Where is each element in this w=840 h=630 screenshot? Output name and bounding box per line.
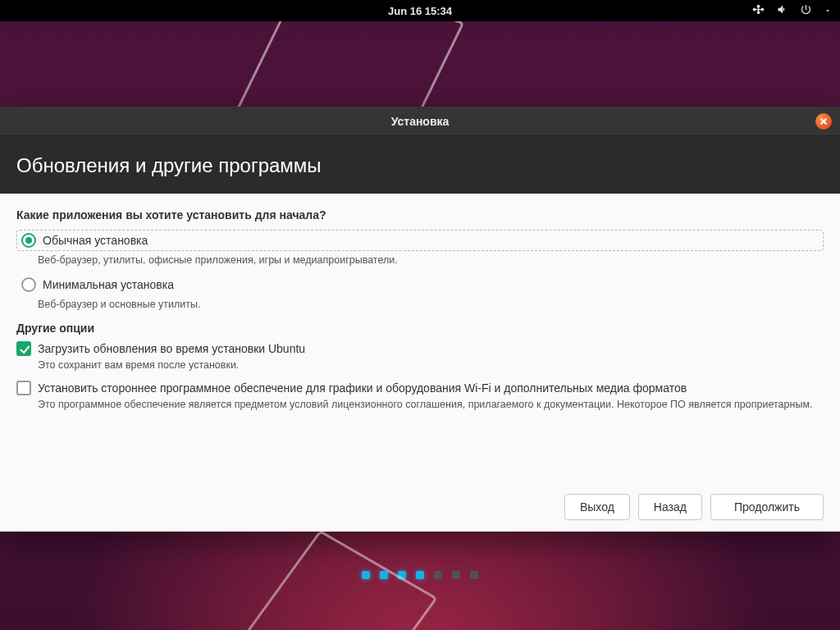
radio-normal-install[interactable]: Обычная установка bbox=[16, 230, 824, 251]
radio-label: Минимальная установка bbox=[43, 278, 174, 291]
progress-dot bbox=[470, 571, 478, 579]
clock: Jun 16 15:34 bbox=[388, 5, 452, 17]
progress-dot bbox=[416, 571, 424, 579]
progress-dot bbox=[380, 571, 388, 579]
checkbox-icon bbox=[16, 341, 31, 356]
check-download-updates[interactable]: Загрузить обновления во время установки … bbox=[16, 341, 824, 356]
installer-window: Установка Обновления и другие программы … bbox=[0, 107, 840, 532]
progress-dots bbox=[0, 571, 840, 579]
progress-dot bbox=[362, 571, 370, 579]
radio-icon bbox=[21, 277, 36, 292]
check-third-party-desc: Это программное обеспечение является пре… bbox=[38, 399, 824, 410]
window-titlebar: Установка bbox=[0, 107, 840, 136]
installer-content: Какие приложения вы хотите установить дл… bbox=[0, 194, 840, 532]
desktop-wallpaper: Установка Обновления и другие программы … bbox=[0, 21, 840, 630]
checkbox-label: Загрузить обновления во время установки … bbox=[38, 341, 305, 356]
close-button[interactable] bbox=[815, 113, 832, 130]
checkbox-label: Установить стороннее программное обеспеч… bbox=[38, 381, 687, 395]
progress-dot bbox=[452, 571, 460, 579]
gnome-topbar: Jun 16 15:34 bbox=[0, 0, 840, 21]
continue-button[interactable]: Продолжить bbox=[710, 494, 824, 520]
radio-minimal-install[interactable]: Минимальная установка bbox=[16, 274, 824, 295]
checkbox-icon bbox=[16, 381, 31, 395]
install-question: Какие приложения вы хотите установить дл… bbox=[16, 208, 824, 221]
window-title: Установка bbox=[391, 115, 450, 128]
radio-label: Обычная установка bbox=[43, 234, 148, 247]
back-button[interactable]: Назад bbox=[638, 494, 702, 520]
radio-normal-desc: Веб-браузер, утилиты, офисные приложения… bbox=[38, 254, 824, 266]
check-third-party[interactable]: Установить стороннее программное обеспеч… bbox=[16, 381, 824, 395]
radio-icon bbox=[21, 233, 36, 248]
page-title: Обновления и другие программы bbox=[0, 136, 840, 194]
power-icon bbox=[800, 3, 812, 18]
footer-buttons: Выход Назад Продолжить bbox=[16, 482, 824, 520]
progress-dot bbox=[398, 571, 406, 579]
progress-dot bbox=[434, 571, 442, 579]
quit-button[interactable]: Выход bbox=[564, 494, 630, 520]
radio-minimal-desc: Веб-браузер и основные утилиты. bbox=[38, 299, 824, 310]
network-icon bbox=[752, 3, 765, 18]
chevron-down-icon bbox=[824, 5, 832, 17]
volume-icon bbox=[776, 3, 788, 18]
status-area[interactable] bbox=[752, 0, 832, 21]
other-options-title: Другие опции bbox=[16, 322, 824, 335]
check-download-updates-desc: Это сохранит вам время после установки. bbox=[38, 359, 824, 371]
